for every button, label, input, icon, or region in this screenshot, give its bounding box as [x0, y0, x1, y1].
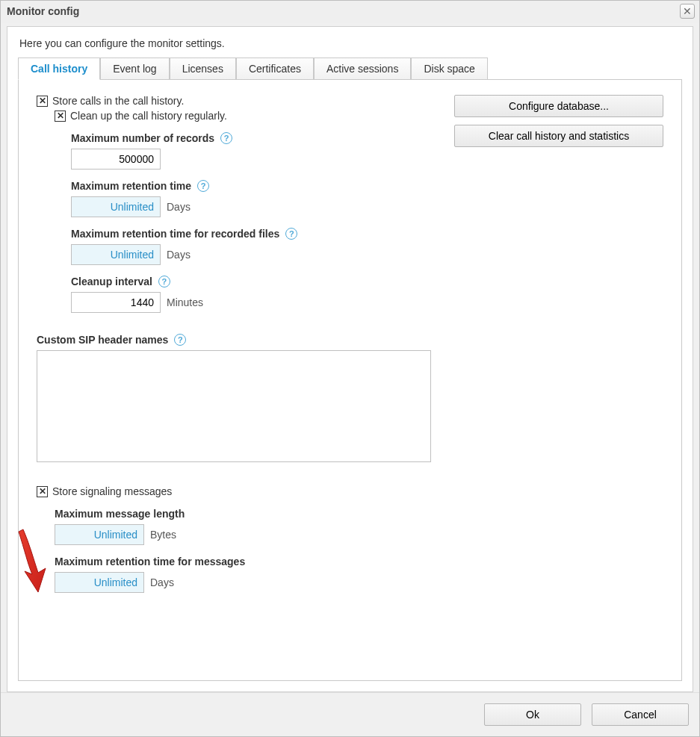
max-retention-messages-unit: Days [150, 576, 174, 588]
max-records-label: Maximum number of records ? [71, 132, 454, 144]
max-retention-files-unit: Days [167, 249, 191, 261]
titlebar: Monitor config ✕ [1, 1, 699, 23]
clear-call-history-button[interactable]: Clear call history and statistics [454, 125, 663, 147]
max-message-length-input[interactable] [55, 524, 144, 545]
max-retention-time-label: Maximum retention time ? [71, 180, 454, 192]
max-retention-time-input[interactable] [71, 196, 161, 217]
dialog-title: Monitor config [7, 5, 79, 17]
tab-licenses[interactable]: Licenses [170, 57, 236, 80]
max-message-length-unit: Bytes [150, 529, 176, 541]
tab-active-sessions[interactable]: Active sessions [314, 57, 411, 80]
store-calls-checkbox[interactable] [37, 96, 48, 107]
tab-call-history[interactable]: Call history [18, 57, 100, 80]
dialog-button-bar: Ok Cancel [1, 692, 699, 736]
tab-certificates[interactable]: Certificates [236, 57, 314, 80]
sip-header-label: Custom SIP header names ? [37, 334, 454, 346]
sip-header-textarea[interactable] [37, 350, 431, 462]
max-records-input[interactable] [71, 149, 161, 170]
store-calls-label: Store calls in the call history. [52, 95, 184, 107]
close-icon[interactable]: ✕ [680, 4, 695, 19]
tab-disk-space[interactable]: Disk space [411, 57, 487, 80]
help-icon[interactable]: ? [220, 132, 232, 144]
store-signaling-checkbox[interactable] [37, 486, 48, 497]
help-icon[interactable]: ? [197, 180, 209, 192]
max-retention-files-input[interactable] [71, 244, 161, 265]
max-retention-messages-input[interactable] [55, 572, 144, 593]
content-frame: Here you can configure the monitor setti… [7, 26, 693, 692]
cleanup-interval-label: Cleanup interval ? [71, 276, 454, 287]
max-retention-files-label: Maximum retention time for recorded file… [71, 228, 454, 240]
cleanup-interval-unit: Minutes [167, 296, 203, 308]
intro-text: Here you can configure the monitor setti… [19, 37, 682, 49]
help-icon[interactable]: ? [158, 276, 170, 287]
max-retention-messages-label: Maximum retention time for messages [55, 556, 454, 567]
max-retention-time-unit: Days [167, 201, 191, 213]
cleanup-interval-input[interactable] [71, 292, 161, 313]
cleanup-regularly-label: Clean up the call history regularly. [70, 110, 227, 122]
ok-button[interactable]: Ok [484, 703, 581, 726]
tab-panel-call-history: Store calls in the call history. Clean u… [18, 79, 682, 681]
tab-strip: Call history Event log Licenses Certific… [18, 57, 682, 79]
cleanup-regularly-checkbox[interactable] [55, 111, 66, 122]
store-signaling-label: Store signaling messages [52, 485, 172, 497]
help-icon[interactable]: ? [174, 334, 186, 346]
tab-event-log[interactable]: Event log [100, 57, 169, 80]
help-icon[interactable]: ? [285, 228, 297, 240]
monitor-config-dialog: Monitor config ✕ Here you can configure … [0, 0, 700, 737]
configure-database-button[interactable]: Configure database... [454, 95, 663, 117]
max-message-length-label: Maximum message length [55, 508, 454, 520]
cancel-button[interactable]: Cancel [592, 703, 689, 726]
